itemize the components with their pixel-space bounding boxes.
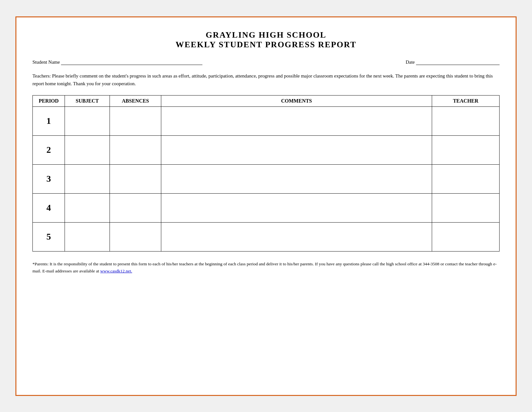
footer-link[interactable]: www.casdk12.net. — [100, 269, 132, 273]
cell-subject-4[interactable] — [65, 193, 110, 222]
header-absences: ABSENCES — [110, 95, 161, 106]
student-name-label: Student Name — [32, 60, 60, 65]
cell-comments-5[interactable] — [161, 222, 432, 251]
cell-absences-5[interactable] — [110, 222, 161, 251]
cell-teacher-1[interactable] — [432, 106, 500, 135]
title-section: GRAYLING HIGH SCHOOL WEEKLY STUDENT PROG… — [32, 30, 500, 50]
table-row: 2 — [33, 135, 500, 164]
date-label: Date — [406, 60, 415, 65]
cell-absences-1[interactable] — [110, 106, 161, 135]
date-input[interactable] — [416, 59, 500, 65]
cell-teacher-5[interactable] — [432, 222, 500, 251]
cell-subject-1[interactable] — [65, 106, 110, 135]
header-period: PERIOD — [33, 95, 65, 106]
cell-comments-3[interactable] — [161, 164, 432, 193]
cell-period-1: 1 — [33, 106, 65, 135]
cell-period-4: 4 — [33, 193, 65, 222]
header-comments: COMMENTS — [161, 95, 432, 106]
page: GRAYLING HIGH SCHOOL WEEKLY STUDENT PROG… — [15, 16, 517, 396]
table-row: 5 — [33, 222, 500, 251]
cell-period-2: 2 — [33, 135, 65, 164]
cell-teacher-3[interactable] — [432, 164, 500, 193]
student-name-input[interactable] — [61, 59, 202, 65]
report-table: PERIOD SUBJECT ABSENCES COMMENTS TEACHER… — [32, 95, 500, 252]
table-row: 3 — [33, 164, 500, 193]
cell-teacher-2[interactable] — [432, 135, 500, 164]
cell-period-3: 3 — [33, 164, 65, 193]
table-row: 1 — [33, 106, 500, 135]
footer-text: *Parents: It is the responsibility of th… — [32, 261, 500, 275]
table-row: 4 — [33, 193, 500, 222]
title-line1: GRAYLING HIGH SCHOOL — [32, 30, 500, 40]
header-teacher: TEACHER — [432, 95, 500, 106]
cell-absences-4[interactable] — [110, 193, 161, 222]
cell-absences-2[interactable] — [110, 135, 161, 164]
cell-period-5: 5 — [33, 222, 65, 251]
date-field: Date — [406, 59, 500, 65]
table-header-row: PERIOD SUBJECT ABSENCES COMMENTS TEACHER — [33, 95, 500, 106]
student-info-row: Student Name Date — [32, 59, 500, 65]
cell-subject-5[interactable] — [65, 222, 110, 251]
cell-teacher-4[interactable] — [432, 193, 500, 222]
cell-comments-4[interactable] — [161, 193, 432, 222]
cell-subject-2[interactable] — [65, 135, 110, 164]
cell-absences-3[interactable] — [110, 164, 161, 193]
header-subject: SUBJECT — [65, 95, 110, 106]
cell-subject-3[interactable] — [65, 164, 110, 193]
title-line2: WEEKLY STUDENT PROGRESS REPORT — [32, 40, 500, 50]
student-name-field: Student Name — [32, 59, 202, 65]
cell-comments-1[interactable] — [161, 106, 432, 135]
cell-comments-2[interactable] — [161, 135, 432, 164]
instruction-text: Teachers: Please briefly comment on the … — [32, 72, 500, 87]
